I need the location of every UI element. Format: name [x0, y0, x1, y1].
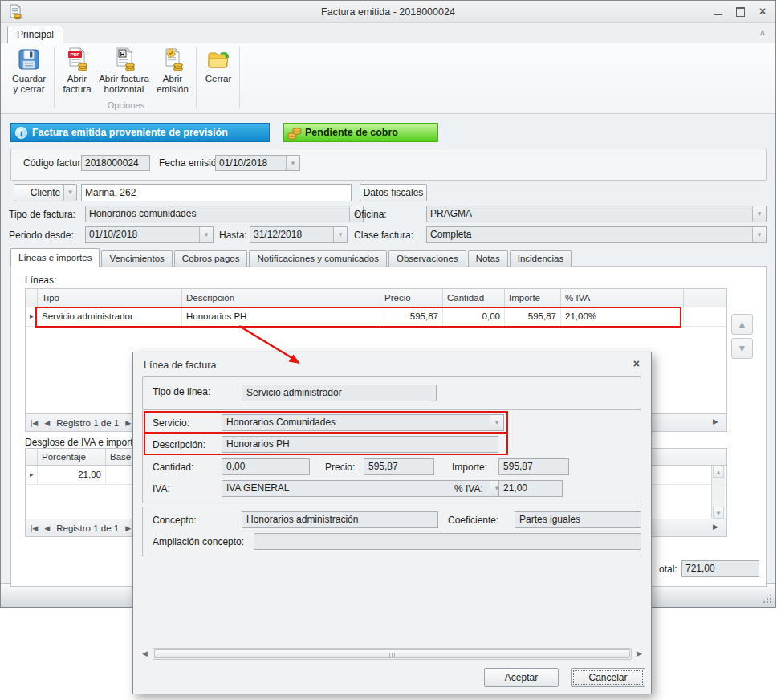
ribbon-tabstrip: Principal ∧	[1, 23, 775, 43]
selector-header	[26, 449, 38, 465]
col-precio[interactable]: Precio	[380, 289, 443, 307]
iva-grid-vscrollbar[interactable]: ▲ ▼	[711, 466, 725, 519]
col-importe[interactable]: Importe	[505, 289, 561, 307]
cantidad-label: Cantidad:	[153, 462, 193, 473]
hasta-combo[interactable]: 31/12/2018 ▾	[250, 226, 348, 243]
codigo-factura-field[interactable]: 2018000024	[81, 155, 150, 171]
codigo-factura-label: Código factura:	[23, 157, 88, 169]
col-cantidad[interactable]: Cantidad	[443, 289, 505, 307]
tipo-linea-field[interactable]: Servicio administrador	[242, 385, 437, 401]
col-porcentaje[interactable]: Porcentaje	[38, 449, 106, 465]
descripcion-field[interactable]: Honorarios PH	[222, 436, 498, 453]
close-ribbon-button[interactable]: Cerrar	[199, 46, 238, 84]
iva-label: IVA:	[153, 483, 170, 494]
window-title: Factura emitida - 2018000024	[1, 1, 775, 23]
ampliacion-concepto-label: Ampliación concepto:	[153, 536, 244, 547]
fecha-emision-field[interactable]: 01/10/2018 ▾	[215, 155, 300, 171]
prev-record-icon[interactable]: ◀	[44, 524, 50, 532]
lines-record-counter: Registro 1 de 1	[56, 418, 119, 428]
aceptar-button[interactable]: Aceptar	[484, 668, 559, 687]
move-line-down-button[interactable]: ▼	[731, 338, 753, 359]
dropdown-arrow-icon[interactable]: ▾	[333, 227, 347, 242]
col-descripcion[interactable]: Descripción	[182, 289, 380, 307]
scroll-down-icon[interactable]: ▼	[713, 507, 724, 519]
horizontal-scrollbar[interactable]	[153, 648, 632, 660]
cliente-name-field[interactable]: Marina, 262	[81, 184, 352, 201]
scroll-up-icon[interactable]: ▲	[713, 466, 724, 478]
tab-vencimientos[interactable]: Vencimientos	[101, 250, 172, 267]
open-invoice-horizontal-label-2: horizontal	[98, 84, 150, 95]
page-tabs: Líneas e importes Vencimientos Cobros pa…	[10, 248, 573, 267]
next-record-icon[interactable]: ▶	[125, 524, 131, 532]
next-record-icon[interactable]: ▶	[713, 523, 718, 531]
col-tipo[interactable]: Tipo	[38, 289, 182, 307]
ampliacion-concepto-field[interactable]	[254, 533, 641, 550]
save-and-close-button[interactable]: Guardar y cerrar	[6, 46, 52, 95]
tipo-factura-combo[interactable]: Honorarios comunidades ▾	[85, 206, 364, 222]
next-record-icon[interactable]: ▶	[125, 419, 131, 427]
cell-porcentaje: 21,00	[38, 466, 106, 484]
tab-notificaciones[interactable]: Notificaciones y comunicados	[249, 250, 387, 267]
emission-icon	[161, 47, 185, 71]
pdf-invoice-icon: PDF	[65, 47, 89, 71]
col-pct-iva[interactable]: % IVA	[561, 289, 684, 307]
next-record-icon[interactable]: ▶	[713, 417, 718, 425]
importe-total-field[interactable]: 721,00	[681, 560, 759, 577]
dropdown-arrow-icon[interactable]: ▾	[752, 227, 766, 242]
dropdown-arrow-icon[interactable]: ▾	[752, 206, 766, 222]
precio-field[interactable]: 595,87	[364, 458, 434, 475]
save-and-close-label-2: y cerrar	[6, 84, 52, 95]
dropdown-arrow-icon[interactable]: ▾	[199, 227, 213, 242]
clase-factura-combo[interactable]: Completa ▾	[426, 226, 767, 243]
ribbon-separator	[54, 47, 55, 108]
ribbon: Guardar y cerrar PDF Abrir factura H Abr…	[1, 43, 775, 114]
pending-status-text: Pendiente de cobro	[305, 127, 398, 138]
scroll-left-button[interactable]: ◀	[139, 648, 151, 660]
open-invoice-horizontal-button[interactable]: H Abrir factura horizontal	[98, 46, 150, 95]
scroll-right-button[interactable]: ▶	[633, 648, 645, 660]
coeficiente-field[interactable]: Partes iguales	[515, 511, 641, 528]
dropdown-arrow-icon[interactable]: ▾	[63, 185, 76, 201]
open-invoice-label-2: factura	[57, 84, 97, 95]
dialog-title: Línea de factura	[144, 360, 216, 371]
prev-record-icon[interactable]: ◀	[44, 419, 50, 427]
tab-lineas-e-importes[interactable]: Líneas e importes	[10, 248, 100, 267]
cliente-button[interactable]: Cliente ▾	[14, 184, 77, 201]
dropdown-arrow-icon[interactable]: ▾	[490, 415, 503, 430]
open-invoice-horizontal-label-1: Abrir factura	[98, 74, 150, 84]
oficina-combo[interactable]: PRAGMA ▾	[426, 206, 767, 222]
svg-text:PDF: PDF	[71, 52, 80, 57]
resize-grip[interactable]	[763, 594, 771, 603]
periodo-desde-combo[interactable]: 01/10/2018 ▾	[85, 226, 214, 243]
first-record-icon[interactable]: |◀	[31, 524, 38, 532]
move-line-up-button[interactable]: ▲	[731, 314, 753, 335]
dropdown-arrow-icon[interactable]: ▾	[286, 156, 299, 170]
open-invoice-button[interactable]: PDF Abrir factura	[57, 46, 97, 95]
servicio-combo[interactable]: Honorarios Comunidades ▾	[222, 414, 504, 431]
lines-grid-row[interactable]: ▸ Servicio administrador Honorarios PH 5…	[26, 307, 726, 327]
ribbon-collapse-icon[interactable]: ∧	[759, 27, 766, 38]
datos-fiscales-button[interactable]: Datos fiscales	[360, 184, 427, 201]
concepto-field[interactable]: Honorarios administración	[242, 511, 438, 528]
cantidad-field[interactable]: 0,00	[222, 458, 310, 475]
close-button[interactable]: ×	[758, 7, 767, 16]
save-icon	[17, 47, 41, 71]
minimize-button[interactable]	[713, 7, 722, 16]
tab-observaciones[interactable]: Observaciones	[388, 250, 466, 267]
restore-button[interactable]	[735, 7, 745, 16]
window-icon	[7, 4, 23, 22]
ribbon-tab-principal[interactable]: Principal	[7, 26, 63, 43]
first-record-icon[interactable]: |◀	[31, 419, 38, 427]
tab-notas[interactable]: Notas	[468, 250, 508, 267]
tab-incidencias[interactable]: Incidencias	[510, 250, 572, 267]
cancelar-button[interactable]: Cancelar	[571, 668, 645, 687]
cell-cantidad: 0,00	[443, 307, 505, 326]
open-emission-button[interactable]: Abrir emisión	[152, 46, 193, 95]
scrollbar-thumb[interactable]	[154, 649, 630, 658]
lineas-section-label: Líneas:	[25, 275, 56, 286]
pct-iva-field[interactable]: 21,00	[498, 480, 563, 497]
importe-field[interactable]: 595,87	[498, 458, 569, 475]
dialog-close-button[interactable]: ×	[633, 357, 640, 370]
cell-descripcion: Honorarios PH	[182, 307, 380, 326]
tab-cobros-pagos[interactable]: Cobros pagos	[174, 250, 248, 267]
